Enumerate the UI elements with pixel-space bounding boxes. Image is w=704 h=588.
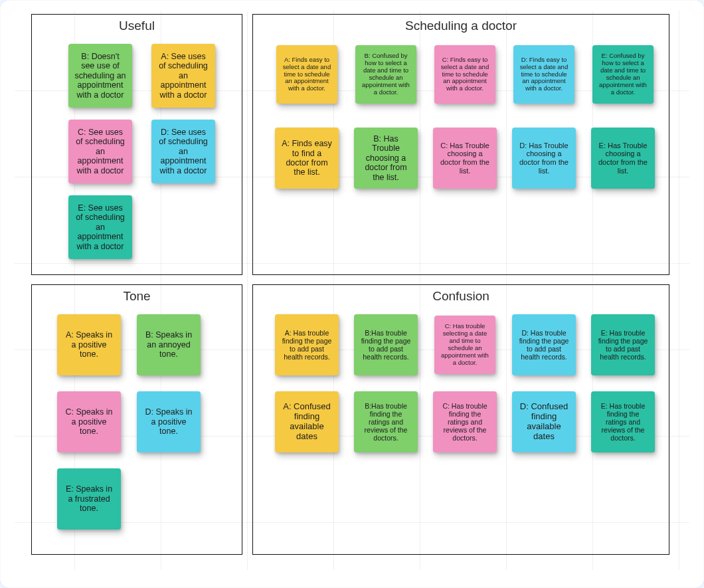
sticky-text: C: Has Trouble choosing a doctor from th… <box>438 142 491 175</box>
sticky-text: E: Has trouble finding the ratings and r… <box>596 402 650 442</box>
sticky-conf-r2-b[interactable]: B:Has trouble finding the ratings and re… <box>354 391 418 452</box>
group-scheduling[interactable]: Scheduling a doctor A: Finds easy to sel… <box>252 14 669 275</box>
sticky-tone-c[interactable]: C: Speaks in a positive tone. <box>57 391 121 452</box>
sticky-text: B:Has trouble finding the ratings and re… <box>359 402 412 442</box>
sticky-text: C: Speaks in a positive tone. <box>62 407 116 436</box>
sticky-conf-r1-b[interactable]: B:Has trouble finding the page to add pa… <box>354 314 418 375</box>
sticky-text: C: Has trouble selecting a date and time… <box>440 323 490 367</box>
sticky-useful-a[interactable]: A: See uses of scheduling an appointment… <box>151 44 215 108</box>
sticky-tone-d[interactable]: D: Speaks in a positive tone. <box>137 391 201 452</box>
sticky-text: C: Finds easy to select a date and time … <box>440 56 490 93</box>
sticky-tone-b[interactable]: B: Speaks in an annoyed tone. <box>137 314 201 375</box>
whiteboard-canvas[interactable]: Useful B: Doesn't see use of scheduling … <box>15 11 689 570</box>
sticky-text: D: Confused finding available dates <box>517 402 571 442</box>
sticky-text: C: See uses of scheduling an appointment… <box>74 128 127 175</box>
sticky-sched-r1-a[interactable]: A: Finds easy to select a date and time … <box>276 45 337 104</box>
sticky-useful-e[interactable]: E: See uses of scheduling an appointment… <box>68 195 132 259</box>
sticky-conf-r1-a[interactable]: A: Has trouble finding the page to add p… <box>275 314 339 375</box>
sticky-text: B:Has trouble finding the page to add pa… <box>359 329 412 361</box>
sticky-useful-b[interactable]: B: Doesn't see use of scheduling an appo… <box>68 44 132 108</box>
sticky-text: A: Confused finding available dates <box>280 402 333 442</box>
sticky-text: D: Speaks in a positive tone. <box>142 407 195 436</box>
sticky-tone-e[interactable]: E: Speaks in a frustrated tone. <box>57 468 121 530</box>
sticky-text: B: Confused by how to select a date and … <box>361 52 411 96</box>
sticky-text: A: Has trouble finding the page to add p… <box>280 329 333 361</box>
sticky-text: E: See uses of scheduling an appointment… <box>74 203 127 251</box>
sticky-tone-a[interactable]: A: Speaks in a positive tone. <box>57 314 121 375</box>
sticky-text: D: Has Trouble choosing a doctor from th… <box>517 142 571 175</box>
sticky-text: A: See uses of scheduling an appointment… <box>157 52 210 100</box>
sticky-text: B: Speaks in an annoyed tone. <box>142 330 195 359</box>
group-title-scheduling: Scheduling a doctor <box>253 19 669 33</box>
sticky-sched-r1-d[interactable]: D: Finds easy to select a date and time … <box>513 45 574 104</box>
group-confusion[interactable]: Confusion A: Has trouble finding the pag… <box>252 284 669 555</box>
sticky-text: A: Finds easy to find a doctor from the … <box>280 139 333 177</box>
sticky-conf-r1-d[interactable]: D: Has trouble finding the page to add p… <box>512 314 576 375</box>
sticky-text: E: Speaks in a frustrated tone. <box>62 484 116 513</box>
sticky-conf-r1-c[interactable]: C: Has trouble selecting a date and time… <box>434 316 495 374</box>
sticky-text: A: Speaks in a positive tone. <box>62 330 116 359</box>
sticky-text: D: Finds easy to select a date and time … <box>519 56 569 93</box>
sticky-sched-r2-a[interactable]: A: Finds easy to find a doctor from the … <box>275 128 339 189</box>
group-title-confusion: Confusion <box>253 289 669 304</box>
sticky-conf-r2-d[interactable]: D: Confused finding available dates <box>512 391 576 452</box>
sticky-useful-d[interactable]: D: See uses of scheduling an appointment… <box>151 120 215 183</box>
sticky-text: D: See uses of scheduling an appointment… <box>157 128 210 175</box>
sticky-text: D: Has trouble finding the page to add p… <box>517 329 571 361</box>
sticky-sched-r1-b[interactable]: B: Confused by how to select a date and … <box>355 45 416 104</box>
sticky-sched-r2-b[interactable]: B: Has Trouble choosing a doctor from th… <box>354 128 418 189</box>
whiteboard-frame: Useful B: Doesn't see use of scheduling … <box>0 0 704 588</box>
sticky-text: B: Has Trouble choosing a doctor from th… <box>359 134 412 182</box>
sticky-sched-r1-e[interactable]: E: Confused by how to select a date and … <box>592 45 654 104</box>
sticky-text: E: Has trouble finding the page to add p… <box>596 329 650 361</box>
sticky-text: B: Doesn't see use of scheduling an appo… <box>74 52 127 100</box>
group-useful[interactable]: Useful B: Doesn't see use of scheduling … <box>31 14 242 275</box>
sticky-text: E: Has Trouble choosing a doctor from th… <box>596 142 650 175</box>
sticky-conf-r1-e[interactable]: E: Has trouble finding the page to add p… <box>591 314 655 375</box>
group-title-tone: Tone <box>32 289 242 304</box>
sticky-conf-r2-c[interactable]: C: Has trouble finding the ratings and r… <box>433 391 497 452</box>
group-tone[interactable]: Tone A: Speaks in a positive tone. B: Sp… <box>31 284 242 555</box>
sticky-sched-r1-c[interactable]: C: Finds easy to select a date and time … <box>434 45 495 104</box>
sticky-text: C: Has trouble finding the ratings and r… <box>438 402 491 442</box>
sticky-text: A: Finds easy to select a date and time … <box>282 56 332 93</box>
group-title-useful: Useful <box>32 19 242 33</box>
sticky-sched-r2-d[interactable]: D: Has Trouble choosing a doctor from th… <box>512 128 576 189</box>
sticky-sched-r2-e[interactable]: E: Has Trouble choosing a doctor from th… <box>591 128 655 189</box>
sticky-conf-r2-e[interactable]: E: Has trouble finding the ratings and r… <box>591 391 655 452</box>
sticky-useful-c[interactable]: C: See uses of scheduling an appointment… <box>68 120 132 183</box>
sticky-conf-r2-a[interactable]: A: Confused finding available dates <box>275 391 339 452</box>
sticky-text: E: Confused by how to select a date and … <box>598 52 648 96</box>
sticky-sched-r2-c[interactable]: C: Has Trouble choosing a doctor from th… <box>433 128 497 189</box>
